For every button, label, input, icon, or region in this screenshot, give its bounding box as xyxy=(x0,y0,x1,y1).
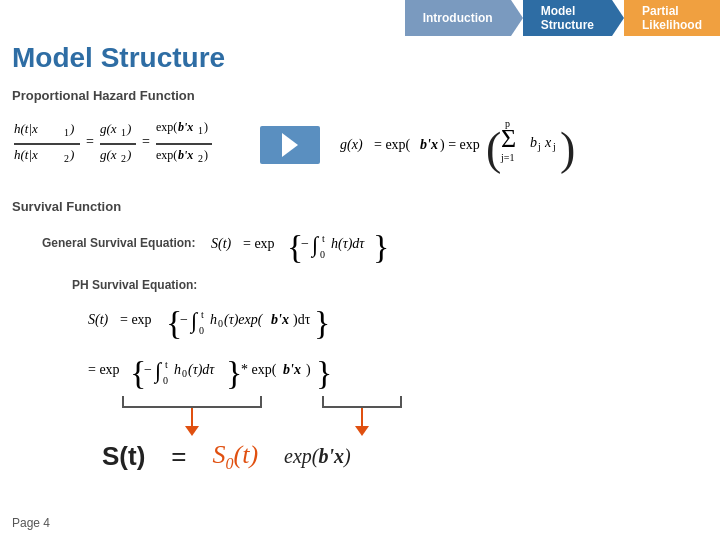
svg-text:−: − xyxy=(144,362,152,377)
svg-text:g(x: g(x xyxy=(100,147,117,162)
svg-text:0: 0 xyxy=(320,249,325,260)
ph-survival-formula2: = exp { − ∫ t 0 h 0 (τ)dτ } * exp( b'x )… xyxy=(86,346,406,392)
expbx-bracket xyxy=(322,396,402,436)
svg-text:* exp(: * exp( xyxy=(241,362,277,378)
svg-text:h(τ)dτ: h(τ)dτ xyxy=(331,236,365,252)
svg-text:Σ: Σ xyxy=(501,124,516,153)
svg-text:): ) xyxy=(204,120,208,134)
svg-text:2: 2 xyxy=(198,153,203,164)
svg-text:): ) xyxy=(69,147,74,162)
svg-text:): ) xyxy=(560,123,575,174)
ph-eq-line1: S(t) = exp { − ∫ t 0 h 0 (τ)exp( b'x )dτ… xyxy=(86,296,708,342)
svg-text:1: 1 xyxy=(64,127,69,138)
s0t-label: S0(t) xyxy=(213,440,259,473)
svg-text:S(t): S(t) xyxy=(88,312,109,328)
gen-eq-row: General Survival Equation: S(t) = exp { … xyxy=(42,220,708,266)
svg-text:(τ)dτ: (τ)dτ xyxy=(188,362,215,378)
svg-text:h(t|x: h(t|x xyxy=(14,121,38,136)
nav-partial-label: PartialLikelihood xyxy=(642,4,702,32)
svg-text:j=1: j=1 xyxy=(500,152,514,163)
survival-section-label: Survival Function xyxy=(12,199,708,214)
s0t-down-arrow xyxy=(185,408,199,436)
svg-text:b'x: b'x xyxy=(283,362,301,377)
nav-item-intro[interactable]: Introduction xyxy=(405,0,511,36)
ph-right-formula: g(x) = exp( b'x ) = exp ( p Σ j=1 b j x … xyxy=(338,109,618,181)
svg-text:= exp(: = exp( xyxy=(374,137,411,153)
gen-eq-label: General Survival Equation: xyxy=(42,236,195,250)
svg-text:=: = xyxy=(142,134,150,149)
svg-text:= exp: = exp xyxy=(88,362,120,377)
svg-text:−: − xyxy=(180,312,188,327)
page-title: Model Structure xyxy=(12,42,225,74)
svg-text:) = exp: ) = exp xyxy=(440,137,480,153)
exp-bx-label: exp(b'x) xyxy=(284,445,351,468)
ph-eq-section: PH Survival Equation: S(t) = exp { − ∫ t… xyxy=(72,278,708,473)
svg-text:0: 0 xyxy=(199,325,204,336)
ph-section: Proportional Hazard Function h(t|x 1 ) h… xyxy=(12,88,708,181)
svg-text:(τ)exp(: (τ)exp( xyxy=(224,312,264,328)
main-content: Proportional Hazard Function h(t|x 1 ) h… xyxy=(12,80,708,473)
svg-text:j: j xyxy=(552,141,556,152)
svg-text:j: j xyxy=(537,141,541,152)
svg-text:−: − xyxy=(301,236,309,251)
st-label: S(t) xyxy=(102,441,145,472)
svg-text:b'x: b'x xyxy=(178,120,193,134)
svg-text:}: } xyxy=(226,354,242,391)
svg-text:): ) xyxy=(69,121,74,136)
svg-text:(: ( xyxy=(486,123,501,174)
bottom-formula-row: S(t) = S0(t) exp(b'x) xyxy=(102,440,708,473)
s0t-bracket xyxy=(122,396,262,436)
svg-text:): ) xyxy=(306,362,311,378)
ph-eq-label: PH Survival Equation: xyxy=(72,278,708,292)
bracket-section xyxy=(122,396,708,436)
svg-text:exp(: exp( xyxy=(156,148,177,162)
equals-label: = xyxy=(171,441,186,472)
svg-text:b'x: b'x xyxy=(420,137,438,152)
svg-text:= exp: = exp xyxy=(120,312,152,327)
svg-text:g(x): g(x) xyxy=(340,137,363,153)
svg-text:h: h xyxy=(174,362,181,377)
page-number: Page 4 xyxy=(12,516,50,530)
svg-text:S(t): S(t) xyxy=(211,236,232,252)
nav-intro-label: Introduction xyxy=(423,11,493,25)
survival-section: Survival Function General Survival Equat… xyxy=(12,199,708,473)
nav-item-partial[interactable]: PartialLikelihood xyxy=(624,0,720,36)
svg-text:2: 2 xyxy=(121,153,126,164)
svg-text:t: t xyxy=(201,309,204,320)
svg-text:): ) xyxy=(204,148,208,162)
svg-text:}: } xyxy=(373,228,389,265)
ph-formula-row: h(t|x 1 ) h(t|x 2 ) = g(x 1 ) g(x 2 ) = … xyxy=(12,109,708,181)
svg-text:): ) xyxy=(126,121,131,136)
arrow-right-box xyxy=(260,126,320,164)
svg-text:∫: ∫ xyxy=(189,308,199,334)
svg-text:x: x xyxy=(544,135,552,150)
svg-text:g(x: g(x xyxy=(100,121,117,136)
svg-text:0: 0 xyxy=(163,375,168,386)
svg-text:b: b xyxy=(530,135,537,150)
svg-text:0: 0 xyxy=(182,368,187,379)
nav-model-label: ModelStructure xyxy=(541,4,594,32)
svg-text:h: h xyxy=(210,312,217,327)
svg-text:}: } xyxy=(314,304,330,341)
arrow-right-icon xyxy=(282,133,298,157)
svg-text:1: 1 xyxy=(121,127,126,138)
svg-text:)dτ: )dτ xyxy=(293,312,311,328)
svg-text:b'x: b'x xyxy=(271,312,289,327)
nav-bar: Introduction ModelStructure PartialLikel… xyxy=(405,0,720,36)
svg-text:1: 1 xyxy=(198,125,203,136)
svg-text:h(t|x: h(t|x xyxy=(14,147,38,162)
ph-eq-line2: = exp { − ∫ t 0 h 0 (τ)dτ } * exp( b'x )… xyxy=(86,346,708,392)
nav-item-model[interactable]: ModelStructure xyxy=(523,0,612,36)
svg-text:exp(: exp( xyxy=(156,120,177,134)
svg-text:t: t xyxy=(322,233,325,244)
svg-text:= exp: = exp xyxy=(243,236,275,251)
expbx-down-arrow xyxy=(355,408,369,436)
ph-section-label: Proportional Hazard Function xyxy=(12,88,708,103)
svg-text:}: } xyxy=(316,354,332,391)
svg-text:∫: ∫ xyxy=(153,358,163,384)
svg-text:2: 2 xyxy=(64,153,69,164)
svg-text:0: 0 xyxy=(218,318,223,329)
svg-text:b'x: b'x xyxy=(178,148,193,162)
svg-text:t: t xyxy=(165,359,168,370)
ph-survival-formula1: S(t) = exp { − ∫ t 0 h 0 (τ)exp( b'x )dτ… xyxy=(86,296,396,342)
